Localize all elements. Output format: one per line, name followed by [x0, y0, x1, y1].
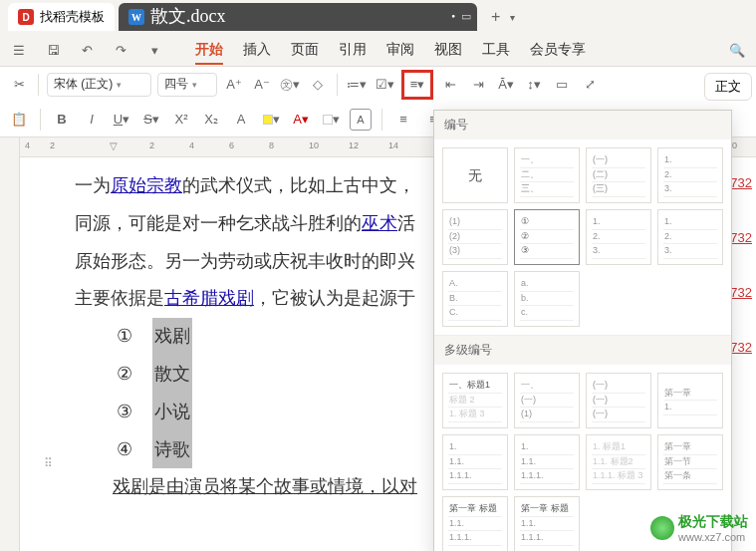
- search-icon[interactable]: 🔍: [726, 39, 748, 61]
- font-size-select[interactable]: 四号▾: [157, 73, 217, 97]
- numbering-none[interactable]: 无: [442, 147, 508, 203]
- multilevel-option[interactable]: 一、标题1 标题 2 1. 标题 3: [442, 373, 508, 428]
- multilevel-option[interactable]: 第一章 1.: [657, 373, 723, 428]
- paragraph-line[interactable]: 原始形态。另一为劳动或庆祝丰收时的即兴: [75, 243, 433, 281]
- numbering-dropdown: 编号 无 一、二、三、 (一)(二)(三) 1.2.3. (1)(2)(3) ①…: [433, 110, 732, 551]
- undo-icon[interactable]: ↶: [76, 39, 98, 61]
- tab-template[interactable]: D 找稻壳模板: [8, 3, 115, 31]
- tab-document[interactable]: W 散文.docx ▭ •: [119, 3, 477, 31]
- multilevel-option[interactable]: 第一章 标题1.1.1.1.1.: [514, 496, 580, 551]
- numbering-option[interactable]: a.b.c.: [514, 271, 580, 327]
- numbering-option[interactable]: A.B.C.: [442, 271, 508, 327]
- list-item[interactable]: ④诗歌: [117, 431, 433, 469]
- shading-button[interactable]: ▾: [320, 109, 342, 131]
- drag-handle-icon[interactable]: ⠿: [44, 456, 50, 470]
- indent-marker-icon[interactable]: ▽: [110, 140, 118, 151]
- redo-icon[interactable]: ↷: [110, 39, 131, 61]
- monitor-icon[interactable]: ▭: [461, 5, 471, 28]
- increase-indent-icon[interactable]: ⇥: [467, 74, 489, 96]
- subscript-button[interactable]: X₂: [200, 109, 222, 131]
- tab-tools[interactable]: 工具: [482, 41, 510, 59]
- font-style-a-button[interactable]: A: [230, 109, 252, 131]
- paragraph-line[interactable]: 戏剧是由演员将某个故事或情境，以对: [75, 468, 433, 506]
- tab-start[interactable]: 开始: [195, 41, 223, 59]
- bullets-icon[interactable]: ≔▾: [346, 74, 368, 96]
- save-icon[interactable]: 🖫: [42, 39, 64, 61]
- multilevel-option[interactable]: (一) (一) (一): [586, 373, 651, 428]
- new-tab-button[interactable]: +: [481, 8, 510, 26]
- dots-icon[interactable]: •: [451, 5, 455, 28]
- numbering-option[interactable]: 一、二、三、: [514, 147, 580, 203]
- link-wushu[interactable]: 巫术: [362, 213, 397, 233]
- dropdown-header-numbering: 编号: [434, 111, 731, 139]
- link-greek[interactable]: 古希腊戏剧: [164, 288, 254, 308]
- numbering-option[interactable]: 1.2.3.: [586, 209, 651, 265]
- quick-access-dropdown-icon[interactable]: ▾: [143, 39, 165, 61]
- expand-icon[interactable]: ⤢: [579, 74, 601, 96]
- numbering-icon[interactable]: ≡▾: [406, 74, 428, 96]
- link-religion[interactable]: 原始宗教: [111, 175, 182, 195]
- list-item[interactable]: ②散文: [117, 356, 433, 394]
- shrink-font-icon[interactable]: A⁻: [251, 74, 273, 96]
- tab-view[interactable]: 视图: [434, 41, 462, 59]
- multilevel-option[interactable]: 第一章第一节第一条: [657, 434, 723, 490]
- font-name-label: 宋体 (正文): [54, 76, 113, 93]
- underline-button[interactable]: U▾: [111, 109, 132, 131]
- numbering-option[interactable]: 1.2.3.: [657, 209, 723, 265]
- multilevel-option[interactable]: 1. 标题11.1. 标题21.1.1. 标题 3: [586, 434, 651, 490]
- tab-template-label: 找稻壳模板: [40, 8, 105, 26]
- tab-insert[interactable]: 插入: [243, 41, 271, 59]
- watermark-name: 极光下载站: [678, 513, 748, 531]
- align-left-icon[interactable]: ≡: [392, 109, 414, 131]
- multilevel-option[interactable]: 一、(一) (1): [514, 373, 580, 428]
- cut-icon[interactable]: ✂: [8, 74, 30, 96]
- line-spacing-icon[interactable]: ↕▾: [523, 74, 545, 96]
- watermark-url: www.xz7.com: [678, 531, 748, 543]
- numbering-button-highlight: ≡▾: [401, 70, 433, 100]
- multilevel-option[interactable]: 1.1.1.1.1.1.: [514, 434, 580, 490]
- tab-member[interactable]: 会员专享: [530, 41, 586, 59]
- numbering-option[interactable]: (一)(二)(三): [586, 147, 651, 203]
- paste-icon[interactable]: 📋: [8, 109, 30, 131]
- titlebar: D 找稻壳模板 W 散文.docx ▭ • + ▾: [0, 0, 756, 34]
- checklist-icon[interactable]: ☑▾: [374, 74, 395, 96]
- paragraph-line[interactable]: 主要依据是古希腊戏剧，它被认为是起源于: [75, 280, 433, 318]
- bold-button[interactable]: B: [51, 109, 73, 131]
- font-color-button[interactable]: A▾: [290, 109, 312, 131]
- docer-icon: D: [18, 9, 34, 25]
- highlight-color-button[interactable]: ▾: [260, 109, 282, 131]
- decrease-indent-icon[interactable]: ⇤: [439, 74, 461, 96]
- paragraph-line[interactable]: 同源，可能是对一种乞求战斗胜利的巫术活: [75, 205, 433, 243]
- tab-page[interactable]: 页面: [291, 41, 319, 59]
- menubar: ☰ 🖫 ↶ ↷ ▾ 开始 插入 页面 引用 审阅 视图 工具 会员专享 🔍: [0, 34, 756, 66]
- multilevel-option[interactable]: 第一章 标题1.1.1.1.1.: [442, 496, 508, 551]
- tab-document-label: 散文.docx: [150, 0, 226, 36]
- ruler-vertical[interactable]: [0, 138, 20, 551]
- paragraph-icon[interactable]: ▭: [551, 74, 573, 96]
- numbering-option[interactable]: (1)(2)(3): [442, 209, 508, 265]
- toolbar-row-1: ✂ 宋体 (正文)▾ 四号▾ A⁺ A⁻ ㉆▾ ◇ ≔▾ ☑▾ ≡▾ ⇤ ⇥ Ā…: [0, 66, 756, 102]
- word-icon: W: [128, 9, 144, 25]
- menu-hamburger-icon[interactable]: ☰: [8, 39, 30, 61]
- char-border-button[interactable]: A: [350, 109, 372, 131]
- grow-font-icon[interactable]: A⁺: [223, 74, 245, 96]
- tab-review[interactable]: 审阅: [386, 41, 414, 59]
- numbering-option[interactable]: ①②③: [514, 209, 580, 265]
- superscript-button[interactable]: X²: [170, 109, 192, 131]
- list-item[interactable]: ③小说: [117, 394, 433, 431]
- watermark-logo-icon: [650, 516, 674, 540]
- italic-button[interactable]: I: [81, 109, 103, 131]
- tab-reference[interactable]: 引用: [339, 41, 367, 59]
- font-size-label: 四号: [164, 76, 188, 93]
- clear-format-icon[interactable]: ◇: [307, 74, 329, 96]
- strike-button[interactable]: S▾: [140, 109, 162, 131]
- multilevel-option[interactable]: 1.1.1.1.1.1.: [442, 434, 508, 490]
- tab-dropdown-icon[interactable]: ▾: [510, 12, 515, 23]
- list-item[interactable]: ①戏剧: [117, 318, 433, 356]
- numbering-option[interactable]: 1.2.3.: [657, 147, 723, 203]
- paragraph-line[interactable]: 一为原始宗教的武术仪式，比如上古中文，: [75, 167, 433, 205]
- font-name-select[interactable]: 宋体 (正文)▾: [47, 73, 151, 97]
- text-effects-icon[interactable]: Ā▾: [495, 74, 517, 96]
- phonetic-icon[interactable]: ㉆▾: [279, 74, 301, 96]
- style-normal-button[interactable]: 正文: [704, 73, 752, 101]
